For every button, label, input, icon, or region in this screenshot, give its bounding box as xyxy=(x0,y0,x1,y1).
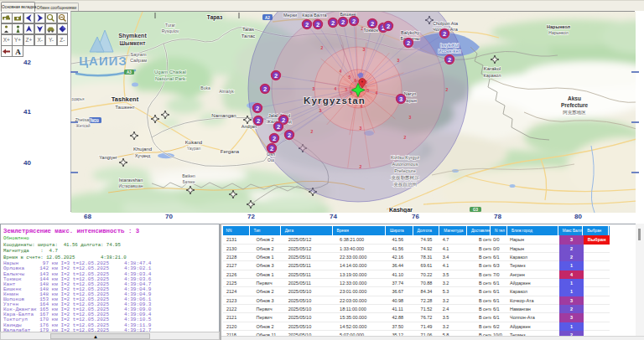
svg-text:3: 3 xyxy=(360,126,362,131)
svg-text:2: 2 xyxy=(352,18,356,25)
svg-text:Сайрам: Сайрам xyxy=(130,58,147,63)
svg-text:3: 3 xyxy=(399,95,402,103)
svg-text:Buka: Buka xyxy=(200,85,210,90)
svg-text:2: 2 xyxy=(256,105,259,112)
svg-text:Талас: Талас xyxy=(242,33,256,39)
svg-text:2: 2 xyxy=(257,117,260,125)
svg-text:4: 4 xyxy=(340,69,342,74)
svg-text:2: 2 xyxy=(288,131,291,139)
svg-text:2: 2 xyxy=(321,45,324,50)
svg-text:3: 3 xyxy=(313,86,315,91)
svg-text:G3: G3 xyxy=(473,208,479,212)
svg-text:Autonomous: Autonomous xyxy=(392,162,418,167)
svg-text:Каракол: Каракол xyxy=(484,73,501,78)
svg-text:2: 2 xyxy=(448,56,451,64)
svg-text:Istaravshan: Istaravshan xyxy=(119,178,143,183)
svg-text:2: 2 xyxy=(273,135,276,142)
svg-text:A3: A3 xyxy=(127,70,132,75)
svg-text:Баткен: Баткен xyxy=(183,180,195,184)
svg-text:5: 5 xyxy=(367,88,370,93)
svg-text:Batken: Batken xyxy=(182,173,195,178)
svg-text:Ташкент: Ташкент xyxy=(115,105,135,110)
svg-text:M39: M39 xyxy=(91,119,99,123)
svg-text:Истаравшан: Истаравшан xyxy=(119,183,143,188)
svg-text:Issyk Kul: Issyk Kul xyxy=(440,43,459,48)
svg-text:Kokand: Kokand xyxy=(185,140,202,145)
svg-text:2: 2 xyxy=(305,21,309,28)
svg-text:3: 3 xyxy=(409,115,412,120)
svg-text:National Park: National Park xyxy=(155,76,186,81)
svg-text:3: 3 xyxy=(319,108,322,113)
svg-text:Aksu: Aksu xyxy=(568,95,581,101)
svg-text:2: 2 xyxy=(387,23,390,30)
svg-text:Naryn: Naryn xyxy=(404,91,417,96)
svg-text:A: A xyxy=(15,48,21,56)
svg-text:Нарынкол: Нарынкол xyxy=(547,24,570,29)
svg-text:2: 2 xyxy=(341,18,345,26)
svg-text:2: 2 xyxy=(282,116,285,124)
svg-text:Namangan: Namangan xyxy=(211,113,236,118)
svg-text:2: 2 xyxy=(331,19,335,27)
svg-text:Ugam Chatkal: Ugam Chatkal xyxy=(154,70,186,75)
svg-text:2: 2 xyxy=(443,30,446,38)
svg-text:Шымкент: Шымкент xyxy=(120,40,146,46)
svg-text:Tashkent: Tashkent xyxy=(112,95,139,103)
svg-text:5: 5 xyxy=(345,87,348,92)
svg-text:Kashgar: Kashgar xyxy=(389,207,413,213)
svg-text:2: 2 xyxy=(311,129,314,134)
svg-text:Rysqulov: Rysqulov xyxy=(162,28,179,33)
svg-text:4: 4 xyxy=(335,86,337,91)
svg-text:2: 2 xyxy=(360,164,362,169)
svg-text:Ош: Ош xyxy=(267,157,274,162)
svg-text:Yangiyer: Yangiyer xyxy=(99,155,117,160)
svg-text:Prefecture: Prefecture xyxy=(394,168,415,173)
svg-text:Нарынкол: Нарынкол xyxy=(548,30,568,35)
svg-text:2: 2 xyxy=(263,85,267,93)
svg-text:Almalyk: Almalyk xyxy=(219,89,234,94)
svg-text:2: 2 xyxy=(277,123,280,131)
svg-text:Yaypan: Yaypan xyxy=(187,146,201,151)
svg-text:2: 2 xyxy=(316,21,319,28)
svg-text:Тараз: Тараз xyxy=(207,14,223,21)
svg-text:3: 3 xyxy=(397,58,400,63)
svg-text:Shymkent: Shymkent xyxy=(118,33,147,39)
svg-text:Жетісай: Жетісай xyxy=(76,123,91,128)
svg-text:5: 5 xyxy=(349,75,351,80)
svg-text:ЦАИИЗ: ЦАИИЗ xyxy=(79,54,127,68)
svg-text:A2: A2 xyxy=(265,16,270,20)
svg-text:2: 2 xyxy=(404,135,407,140)
svg-text:Khujand: Khujand xyxy=(133,147,152,152)
svg-text:Karakol: Karakol xyxy=(484,66,501,71)
svg-text:Cholpon Ata: Cholpon Ata xyxy=(433,21,459,26)
svg-text:3: 3 xyxy=(363,47,366,52)
svg-text:Kizilsu Kyrgyz: Kizilsu Kyrgyz xyxy=(391,155,419,160)
svg-text:Иссык-Кел: Иссык-Кел xyxy=(439,49,461,54)
svg-text:Fergana: Fergana xyxy=(221,149,240,154)
svg-text:克孜自治州: 克孜自治州 xyxy=(393,182,417,188)
svg-text:Мерки: Мерки xyxy=(283,13,297,18)
svg-text:Andijan: Andijan xyxy=(242,124,257,129)
svg-text:Turar: Turar xyxy=(165,23,175,28)
svg-text:2: 2 xyxy=(274,72,278,80)
svg-text:6: 6 xyxy=(355,78,357,83)
svg-text:Хуҷанд: Хуҷанд xyxy=(135,153,151,159)
svg-text:Кара Балта: Кара Балта xyxy=(302,13,327,18)
svg-text:4: 4 xyxy=(376,90,378,95)
svg-text:2: 2 xyxy=(446,87,449,92)
svg-text:阿克苏地区: 阿克苏地区 xyxy=(563,110,586,116)
svg-text:Prefecture: Prefecture xyxy=(561,102,589,108)
svg-text:克孜勒苏柯尔: 克孜勒苏柯尔 xyxy=(392,175,420,181)
svg-text:2: 2 xyxy=(371,20,374,28)
svg-text:Talas: Talas xyxy=(242,27,254,32)
svg-text:Kyrgyzstan: Kyrgyzstan xyxy=(304,95,366,106)
svg-text:2: 2 xyxy=(270,145,273,152)
svg-text:2: 2 xyxy=(407,39,410,47)
svg-text:рдарья: рдарья xyxy=(72,97,85,101)
svg-text:Sayram: Sayram xyxy=(131,52,147,57)
svg-text:Balykchy: Balykchy xyxy=(401,30,419,35)
